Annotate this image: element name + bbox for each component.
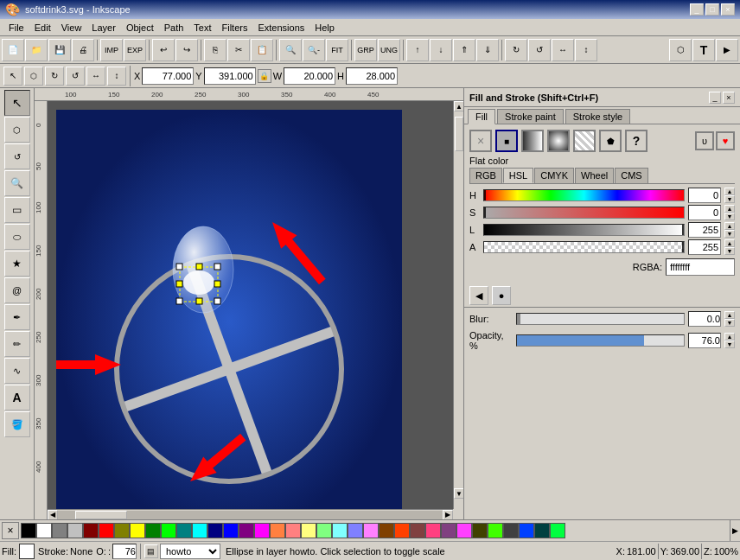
fill-swatch-button[interactable]: ⬟ bbox=[599, 130, 622, 152]
l-spinner[interactable]: ▲ ▼ bbox=[724, 222, 735, 238]
node-tool-button[interactable]: ⬡ bbox=[669, 39, 692, 61]
swatch-silver[interactable] bbox=[67, 523, 83, 538]
opacity-status-input[interactable] bbox=[112, 544, 137, 559]
flip-v-small[interactable]: ↕ bbox=[107, 67, 126, 86]
fill-extra-1[interactable]: υ bbox=[695, 131, 714, 150]
l-up[interactable]: ▲ bbox=[724, 222, 735, 230]
canvas-svg[interactable] bbox=[56, 110, 402, 509]
zoom-in-button[interactable]: 🔍 bbox=[279, 39, 302, 61]
hscroll-thumb[interactable] bbox=[75, 511, 127, 519]
close-button[interactable]: × bbox=[721, 3, 735, 16]
swatch-salmon[interactable] bbox=[285, 523, 301, 538]
menu-text[interactable]: Text bbox=[188, 21, 216, 35]
maximize-button[interactable]: □ bbox=[705, 3, 719, 16]
menu-path[interactable]: Path bbox=[159, 21, 189, 35]
opacity-input[interactable] bbox=[688, 333, 721, 348]
swatch-fuchsia[interactable] bbox=[254, 523, 270, 538]
window-controls[interactable]: _ □ × bbox=[690, 3, 735, 16]
no-color-swatch[interactable]: × bbox=[2, 522, 19, 539]
swatch-light-yellow[interactable] bbox=[301, 523, 316, 538]
swatch-green[interactable] bbox=[145, 523, 161, 538]
fill-linear-button[interactable] bbox=[521, 130, 544, 152]
s-up[interactable]: ▲ bbox=[724, 205, 735, 213]
menu-object[interactable]: Object bbox=[121, 21, 159, 35]
flip-h-button[interactable]: ↔ bbox=[552, 39, 574, 61]
next-color-button[interactable]: ● bbox=[492, 286, 511, 305]
swatch-orange-red[interactable] bbox=[394, 523, 410, 538]
vertical-scrollbar[interactable]: ▲ ▼ bbox=[453, 101, 463, 509]
swatch-spring-green[interactable] bbox=[550, 523, 565, 538]
opacity-up[interactable]: ▲ bbox=[724, 333, 735, 340]
prev-color-button[interactable]: ◀ bbox=[469, 286, 488, 305]
zoom-fit-button[interactable]: FIT bbox=[326, 39, 348, 61]
swatch-maroon[interactable] bbox=[83, 523, 99, 538]
minimize-button[interactable]: _ bbox=[690, 3, 704, 16]
menu-edit[interactable]: Edit bbox=[29, 21, 56, 35]
blur-input[interactable] bbox=[688, 311, 721, 327]
scroll-down-button[interactable]: ▼ bbox=[454, 488, 463, 499]
a-spinner[interactable]: ▲ ▼ bbox=[724, 239, 735, 255]
swatch-yellow[interactable] bbox=[130, 523, 145, 538]
spiral-tool[interactable]: @ bbox=[4, 277, 30, 303]
h-up[interactable]: ▲ bbox=[724, 188, 735, 195]
h-spinner[interactable]: ▲ ▼ bbox=[724, 188, 735, 203]
panel-minimize-button[interactable]: _ bbox=[709, 92, 721, 104]
color-tab-cmyk[interactable]: CMYK bbox=[534, 168, 574, 183]
horizontal-scrollbar[interactable]: ◀ ▶ bbox=[48, 509, 453, 519]
fill-pattern-button[interactable] bbox=[573, 130, 596, 152]
color-tab-hsl[interactable]: HSL bbox=[503, 168, 533, 183]
swatch-lime[interactable] bbox=[161, 523, 176, 538]
fill-flat-button[interactable]: ■ bbox=[495, 130, 518, 152]
menu-filters[interactable]: Filters bbox=[217, 21, 253, 35]
scroll-up-button[interactable]: ▲ bbox=[454, 101, 463, 111]
raise-button[interactable]: ↑ bbox=[406, 39, 429, 61]
l-down[interactable]: ▼ bbox=[724, 230, 735, 238]
s-slider[interactable] bbox=[483, 207, 685, 219]
import-button[interactable]: IMP bbox=[100, 39, 123, 61]
blur-slider[interactable] bbox=[516, 313, 685, 325]
l-slider[interactable] bbox=[483, 224, 685, 236]
blur-spinner[interactable]: ▲ ▼ bbox=[724, 311, 735, 327]
a-value-input[interactable] bbox=[688, 239, 721, 255]
swatch-mauve[interactable] bbox=[441, 523, 456, 538]
a-up[interactable]: ▲ bbox=[724, 239, 735, 247]
swatch-hot-pink[interactable] bbox=[425, 523, 441, 538]
swatch-olive[interactable] bbox=[114, 523, 130, 538]
layer-icon[interactable]: ▤ bbox=[144, 544, 158, 558]
scroll-left-button[interactable]: ◀ bbox=[48, 510, 58, 520]
swatch-white[interactable] bbox=[36, 523, 52, 538]
swatch-dark-gray[interactable] bbox=[503, 523, 519, 538]
menu-layer[interactable]: Layer bbox=[86, 21, 121, 35]
swatch-royal-blue[interactable] bbox=[519, 523, 534, 538]
blur-up[interactable]: ▲ bbox=[724, 311, 735, 319]
panel-close-button[interactable]: × bbox=[723, 92, 735, 104]
zoom-out-button[interactable]: 🔍- bbox=[303, 39, 325, 61]
rotate-ccw-button[interactable]: ↺ bbox=[528, 39, 551, 61]
fill-radial-button[interactable] bbox=[547, 130, 570, 152]
swatch-chartreuse[interactable] bbox=[488, 523, 503, 538]
blur-down[interactable]: ▼ bbox=[724, 319, 735, 327]
opacity-slider[interactable] bbox=[516, 334, 685, 347]
undo-button[interactable]: ↩ bbox=[152, 39, 175, 61]
fill-extra-2[interactable]: ♥ bbox=[716, 131, 735, 150]
text-tool[interactable]: A bbox=[4, 385, 30, 410]
menu-extensions[interactable]: Extensions bbox=[252, 21, 309, 35]
color-tab-wheel[interactable]: Wheel bbox=[575, 168, 614, 183]
layer-dropdown[interactable]: howto bbox=[160, 544, 220, 559]
swatch-orange[interactable] bbox=[270, 523, 285, 538]
ungroup-button[interactable]: UNG bbox=[378, 39, 400, 61]
swatch-dark-teal[interactable] bbox=[534, 523, 550, 538]
node-tool[interactable]: ⬡ bbox=[4, 117, 30, 143]
flip-v-button[interactable]: ↕ bbox=[575, 39, 597, 61]
flip-h-small[interactable]: ↔ bbox=[86, 67, 105, 86]
s-down[interactable]: ▼ bbox=[724, 213, 735, 220]
rect-tool[interactable]: ▭ bbox=[4, 197, 30, 223]
tab-stroke-paint[interactable]: Stroke paint bbox=[497, 109, 564, 124]
calligraphy-tool[interactable]: ∿ bbox=[4, 358, 30, 384]
rotate-cw-small[interactable]: ↻ bbox=[45, 67, 64, 86]
adjust-tool[interactable]: ↺ bbox=[4, 143, 30, 169]
select-tool-active[interactable]: ↖ bbox=[3, 67, 22, 86]
scroll-thumb[interactable] bbox=[455, 117, 463, 151]
text-tool-button[interactable]: T bbox=[692, 39, 715, 61]
swatch-red[interactable] bbox=[99, 523, 114, 538]
